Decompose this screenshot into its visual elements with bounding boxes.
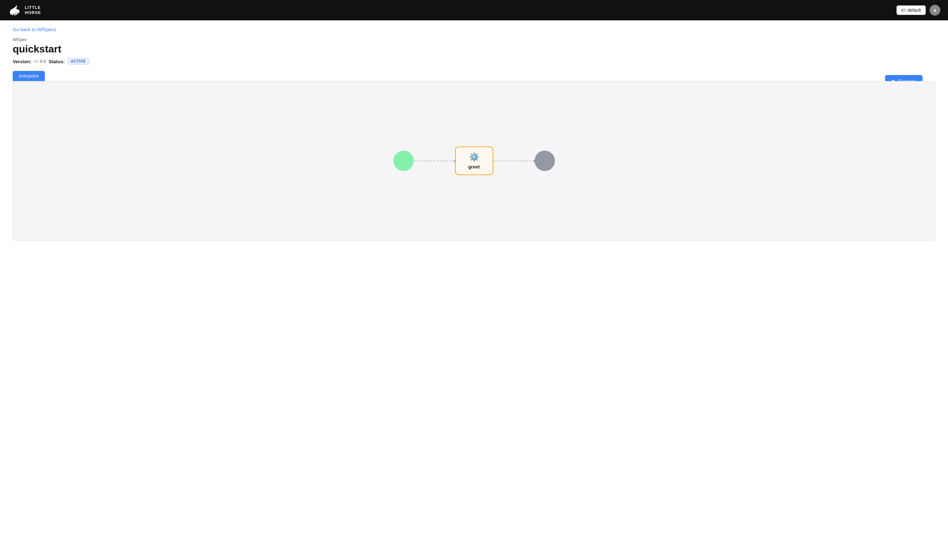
user-avatar[interactable]: a [930,5,940,15]
connector-1 [414,160,455,161]
status-label: Status: [49,59,65,64]
header-right: 🏷 default a [897,5,940,15]
task-gear-icon: ⚙️ [469,152,479,162]
environment-icon: 🏷 [901,8,906,13]
page-label: WfSpec [13,37,935,42]
tab-bar: entrypoint [13,71,935,81]
meta-row: Version: 🏷 0.0 Status: ACTIVE [13,58,935,65]
app-header: LITTLE HORSE 🏷 default a [0,0,948,20]
tab-entrypoint[interactable]: entrypoint [13,71,45,81]
logo-text: LITTLE HORSE [25,5,41,15]
workflow-flow: ⚙️ greet [393,146,555,175]
version-value: 0.0 [40,59,46,64]
page-title: quickstart [13,43,935,55]
logo-horse-icon [8,5,22,16]
end-node [535,151,555,171]
connector-2 [493,160,535,161]
version-label: Version: [13,59,31,64]
svg-point-1 [12,13,13,15]
back-link[interactable]: Go back to WfSpecs [13,27,56,32]
top-area: Go back to WfSpecs WfSpec quickstart Ver… [13,27,935,241]
task-node-greet[interactable]: ⚙️ greet [455,146,493,175]
environment-label: default [908,8,921,13]
status-badge: ACTIVE [68,58,89,65]
workflow-canvas: ⚙️ greet [13,82,935,240]
svg-point-3 [16,13,17,15]
task-node-label: greet [468,164,480,169]
start-node [393,151,414,171]
logo: LITTLE HORSE [8,5,41,16]
main-content: Go back to WfSpecs WfSpec quickstart Ver… [0,20,948,247]
svg-point-0 [11,13,12,15]
tag-icon: 🏷 [34,59,39,64]
svg-point-2 [14,14,15,15]
workflow-diagram: ⚙️ greet [13,81,935,241]
default-environment-button[interactable]: 🏷 default [897,5,926,15]
version-tag: 🏷 0.0 [34,59,46,64]
